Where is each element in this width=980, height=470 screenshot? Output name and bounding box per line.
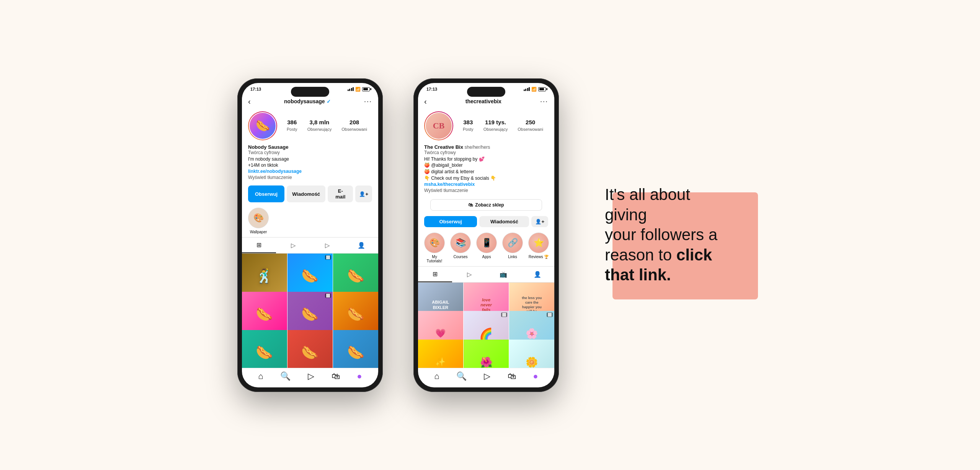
- profile-stats-1: 🌭 386 Posty 3,8 mln Obserwujący: [242, 108, 378, 143]
- stats-numbers-1: 386 Posty 3,8 mln Obserwujący 208 Obserw…: [282, 119, 372, 132]
- avatar-2: CB: [425, 112, 452, 140]
- shop-button-2[interactable]: 🛍 Zobacz sklep: [430, 199, 542, 211]
- grid-cell-2-8: 🌺: [464, 340, 509, 368]
- verified-badge-1: ✓: [327, 99, 331, 104]
- highlight-links[interactable]: 🔗 Links: [502, 233, 523, 263]
- email-button-1[interactable]: E-mail: [328, 185, 353, 202]
- bottom-nav-1: ⌂ 🔍 ▷ 🛍 ●: [242, 368, 378, 387]
- home-nav-1[interactable]: ⌂: [258, 371, 263, 381]
- tagline: It's all about giving your followers a r…: [605, 185, 727, 285]
- highlight-reviews[interactable]: ⭐ Reviews 🏆: [528, 233, 549, 263]
- message-button-1[interactable]: Wiadomość: [287, 185, 325, 202]
- scene: 17:13 📶: [0, 0, 980, 470]
- bio-section-1: Nobody Sausage Twórca cyfrowy I'm nobody…: [242, 143, 378, 184]
- tab-tagged-2[interactable]: 👤: [520, 267, 554, 282]
- highlights-2: 🎨 My Tutorials! 📚 Courses 📱 Apps 🔗 Links: [418, 229, 554, 266]
- phone-1-screen: 17:13 📶: [242, 83, 378, 387]
- more-button-2[interactable]: ···: [540, 98, 548, 106]
- tab-bar-1: ⊞ ▷ ▷ 👤: [242, 237, 378, 254]
- tab-reels-2[interactable]: ▷: [452, 267, 486, 282]
- notch-pill-1: [291, 87, 329, 97]
- svg-rect-1: [326, 294, 330, 298]
- bio-section-2: The Creative Bix she/her/hers Twórca cyf…: [418, 143, 554, 196]
- profile-nav-2[interactable]: ●: [533, 371, 538, 381]
- svg-rect-2: [502, 313, 506, 317]
- tab-reels-1[interactable]: ▷: [276, 237, 310, 253]
- highlight-wallpaper[interactable]: 🎨 Wallpaper: [248, 208, 269, 234]
- avatar-ring-2: CB: [424, 111, 453, 140]
- wifi-icon-1: 📶: [355, 87, 361, 92]
- bio-text-1: I'm nobody sausage +14M on tiktok: [248, 156, 372, 169]
- shop-nav-1[interactable]: 🛍: [332, 371, 340, 381]
- reels-nav-2[interactable]: ▷: [484, 371, 490, 381]
- home-nav-2[interactable]: ⌂: [434, 371, 439, 381]
- time-2: 17:13: [426, 87, 437, 91]
- phones-container: 17:13 📶: [237, 78, 559, 392]
- status-bar-1: 17:13 📶: [242, 83, 378, 94]
- profile-nav-1[interactable]: ●: [357, 371, 362, 381]
- back-button-2[interactable]: ‹: [424, 97, 427, 106]
- time-1: 17:13: [250, 87, 261, 91]
- notch-pill-2: [467, 87, 505, 97]
- signal-icon-1: [348, 87, 354, 91]
- stat-followers-2: 119 tys. Obserwujący: [483, 119, 508, 132]
- status-icons-1: 📶: [348, 87, 370, 92]
- shop-icon: 🛍: [468, 202, 473, 208]
- highlight-courses[interactable]: 📚 Courses: [450, 233, 471, 263]
- tab-grid-2[interactable]: ⊞: [418, 267, 452, 282]
- profile-stats-2: CB 383 Posty 119 tys. Obserwujący: [418, 108, 554, 143]
- reels-nav-1[interactable]: ▷: [308, 371, 314, 381]
- grid-cell-2-9: 🌼: [509, 340, 554, 368]
- search-nav-1[interactable]: 🔍: [280, 371, 291, 381]
- highlight-tutorials[interactable]: 🎨 My Tutorials!: [424, 233, 445, 263]
- follow-button-1[interactable]: Obserwuj: [248, 185, 284, 202]
- tab-igtv-2[interactable]: 📺: [486, 267, 520, 282]
- highlight-apps[interactable]: 📱 Apps: [476, 233, 497, 263]
- add-user-button-1[interactable]: 👤+: [355, 185, 372, 202]
- grid-cell-1-8: 🌭: [287, 330, 333, 368]
- photo-grid-2: ABIGAILBIXLER loveneverfails the less yo…: [418, 283, 554, 368]
- phone-2-screen: 17:13 📶: [418, 83, 554, 387]
- profile-username-1: nobodysausage ✓: [284, 98, 331, 104]
- stat-following-1: 208 Obserwowani: [341, 119, 367, 132]
- status-icons-2: 📶: [524, 87, 546, 92]
- follow-button-2[interactable]: Obserwuj: [424, 216, 477, 227]
- tab-grid-1[interactable]: ⊞: [242, 237, 276, 253]
- tab-tagged-1[interactable]: 👤: [344, 237, 378, 253]
- search-nav-2[interactable]: 🔍: [456, 371, 467, 381]
- signal-icon-2: [524, 87, 530, 91]
- battery-icon-1: [362, 87, 370, 91]
- photo-grid-1: 🕺 🌭 🌭: [242, 254, 378, 368]
- action-buttons-1: Obserwuj Wiadomość E-mail 👤+: [242, 183, 378, 205]
- profile-username-2: thecreativebix: [466, 98, 501, 104]
- grid-cell-1-9: 🌭: [333, 330, 378, 368]
- avatar-ring-1: 🌭: [248, 111, 277, 140]
- phone-2: 17:13 📶: [413, 78, 559, 392]
- avatar-1: 🌭: [249, 112, 276, 140]
- grid-cell-2-7: ✨: [418, 340, 463, 368]
- bio-text-2: Hi! Thanks for stopping by 💕 🍑 @abigail_…: [424, 156, 548, 182]
- stats-numbers-2: 383 Posty 119 tys. Obserwujący 250 Obser…: [458, 119, 548, 132]
- action-buttons-2: Obserwuj Wiadomość 👤+: [418, 214, 554, 229]
- more-button-1[interactable]: ···: [364, 98, 372, 106]
- stat-followers-1: 3,8 mln Obserwujący: [307, 119, 332, 132]
- svg-rect-0: [326, 255, 330, 259]
- stat-posts-1: 386 Posty: [287, 119, 297, 132]
- phone-1: 17:13 📶: [237, 78, 383, 392]
- shop-btn-container: 🛍 Zobacz sklep: [418, 196, 554, 214]
- shop-nav-2[interactable]: 🛍: [508, 371, 516, 381]
- stat-following-2: 250 Obserwowani: [518, 119, 543, 132]
- add-user-button-2[interactable]: 👤+: [531, 216, 548, 227]
- bottom-nav-2: ⌂ 🔍 ▷ 🛍 ●: [418, 368, 554, 387]
- tab-video-1[interactable]: ▷: [310, 237, 344, 253]
- message-button-2[interactable]: Wiadomość: [479, 216, 529, 227]
- tab-bar-2: ⊞ ▷ 📺 👤: [418, 266, 554, 283]
- status-bar-2: 17:13 📶: [418, 83, 554, 94]
- back-button-1[interactable]: ‹: [248, 97, 251, 106]
- svg-rect-3: [548, 313, 552, 317]
- highlights-1: 🎨 Wallpaper: [242, 205, 378, 237]
- battery-icon-2: [538, 87, 546, 91]
- wifi-icon-2: 📶: [531, 87, 537, 92]
- grid-cell-1-7: 🌭: [242, 330, 287, 368]
- right-text-section: It's all about giving your followers a r…: [590, 169, 743, 301]
